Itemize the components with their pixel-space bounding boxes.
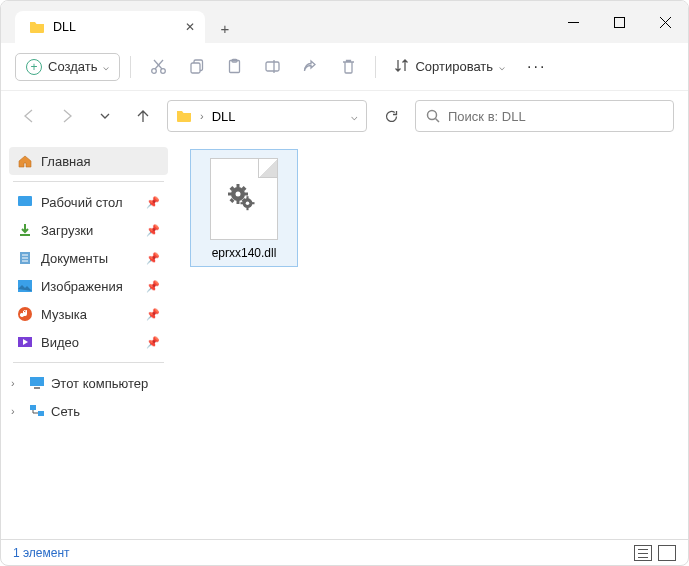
title-bar: DLL ✕ + (1, 1, 688, 43)
pin-icon[interactable]: 📌 (146, 196, 160, 209)
sidebar-label: Изображения (41, 279, 123, 294)
details-view-button[interactable] (634, 545, 652, 561)
chevron-down-icon: ⌵ (103, 61, 109, 72)
main-area: Главная Рабочий стол 📌 Загрузки 📌 Докуме… (1, 141, 688, 539)
share-icon[interactable] (293, 50, 327, 84)
sidebar-item-thispc[interactable]: › Этот компьютер (9, 369, 168, 397)
breadcrumb-current[interactable]: DLL (212, 109, 236, 124)
tab-title: DLL (53, 20, 76, 34)
view-toggle (634, 545, 676, 561)
file-item[interactable]: eprxx140.dll (190, 149, 298, 267)
svg-rect-39 (246, 196, 248, 199)
svg-rect-15 (18, 196, 32, 206)
svg-rect-8 (191, 63, 200, 73)
svg-line-7 (154, 60, 162, 69)
sidebar-label: Рабочий стол (41, 195, 123, 210)
pin-icon[interactable]: 📌 (146, 308, 160, 321)
sidebar-item-pictures[interactable]: Изображения 📌 (9, 272, 168, 300)
svg-rect-25 (30, 405, 36, 410)
plus-icon: + (26, 59, 42, 75)
file-content[interactable]: eprxx140.dll (176, 141, 688, 539)
svg-rect-1 (614, 17, 624, 27)
up-button[interactable] (129, 102, 157, 130)
icons-view-button[interactable] (658, 545, 676, 561)
file-name: eprxx140.dll (212, 246, 277, 260)
chevron-down-icon[interactable]: ⌵ (351, 110, 358, 123)
svg-point-13 (428, 111, 437, 120)
svg-point-28 (236, 192, 241, 197)
close-tab-icon[interactable]: ✕ (185, 20, 195, 34)
more-button[interactable]: ··· (517, 58, 556, 76)
sidebar-item-downloads[interactable]: Загрузки 📌 (9, 216, 168, 244)
music-icon (17, 306, 33, 322)
pin-icon[interactable]: 📌 (146, 280, 160, 293)
separator (13, 362, 164, 363)
svg-point-4 (152, 69, 157, 74)
sort-button[interactable]: Сортировать ⌵ (386, 53, 513, 81)
desktop-icon (17, 194, 33, 210)
chevron-right-icon[interactable]: › (11, 377, 23, 389)
rename-icon[interactable] (255, 50, 289, 84)
chevron-right-icon[interactable]: › (200, 110, 204, 122)
separator (375, 56, 376, 78)
sidebar-label: Музыка (41, 307, 87, 322)
delete-icon[interactable] (331, 50, 365, 84)
search-box[interactable] (415, 100, 674, 132)
sidebar: Главная Рабочий стол 📌 Загрузки 📌 Докуме… (1, 141, 176, 539)
sort-icon (394, 58, 409, 76)
new-tab-button[interactable]: + (205, 20, 245, 43)
svg-rect-23 (30, 377, 44, 386)
create-button[interactable]: + Создать ⌵ (15, 53, 120, 81)
sidebar-item-desktop[interactable]: Рабочий стол 📌 (9, 188, 168, 216)
sidebar-item-network[interactable]: › Сеть (9, 397, 168, 425)
create-label: Создать (48, 59, 97, 74)
forward-button[interactable] (53, 102, 81, 130)
cut-icon[interactable] (141, 50, 175, 84)
home-icon (17, 153, 33, 169)
chevron-right-icon[interactable]: › (11, 405, 23, 417)
document-icon (17, 250, 33, 266)
paste-icon[interactable] (217, 50, 251, 84)
folder-icon (29, 19, 45, 35)
pin-icon[interactable]: 📌 (146, 224, 160, 237)
close-button[interactable] (642, 1, 688, 43)
svg-rect-31 (228, 193, 232, 196)
sidebar-item-videos[interactable]: Видео 📌 (9, 328, 168, 356)
sidebar-item-music[interactable]: Музыка 📌 (9, 300, 168, 328)
search-input[interactable] (448, 109, 663, 124)
sidebar-label: Главная (41, 154, 90, 169)
sidebar-label: Документы (41, 251, 108, 266)
tab-dll[interactable]: DLL ✕ (15, 11, 205, 43)
recent-button[interactable] (91, 102, 119, 130)
sidebar-item-home[interactable]: Главная (9, 147, 168, 175)
svg-point-5 (161, 69, 166, 74)
sidebar-label: Видео (41, 335, 79, 350)
refresh-button[interactable] (377, 102, 405, 130)
svg-line-14 (436, 119, 440, 123)
svg-point-38 (246, 201, 250, 205)
pin-icon[interactable]: 📌 (146, 252, 160, 265)
svg-rect-30 (237, 200, 240, 204)
pin-icon[interactable]: 📌 (146, 336, 160, 349)
video-icon (17, 334, 33, 350)
picture-icon (17, 278, 33, 294)
sidebar-item-documents[interactable]: Документы 📌 (9, 244, 168, 272)
dll-file-icon (210, 158, 278, 240)
sidebar-label: Сеть (51, 404, 80, 419)
svg-rect-26 (38, 411, 44, 416)
toolbar: + Создать ⌵ Сортировать ⌵ ··· (1, 43, 688, 91)
minimize-button[interactable] (550, 1, 596, 43)
svg-rect-29 (237, 184, 240, 188)
svg-rect-42 (252, 202, 255, 204)
copy-icon[interactable] (179, 50, 213, 84)
address-bar[interactable]: › DLL ⌵ (167, 100, 367, 132)
back-button[interactable] (15, 102, 43, 130)
folder-icon (176, 108, 192, 124)
pc-icon (29, 375, 45, 391)
svg-rect-32 (244, 193, 248, 196)
window-controls (550, 1, 688, 43)
sidebar-label: Этот компьютер (51, 376, 148, 391)
chevron-down-icon: ⌵ (499, 61, 505, 72)
separator (130, 56, 131, 78)
maximize-button[interactable] (596, 1, 642, 43)
